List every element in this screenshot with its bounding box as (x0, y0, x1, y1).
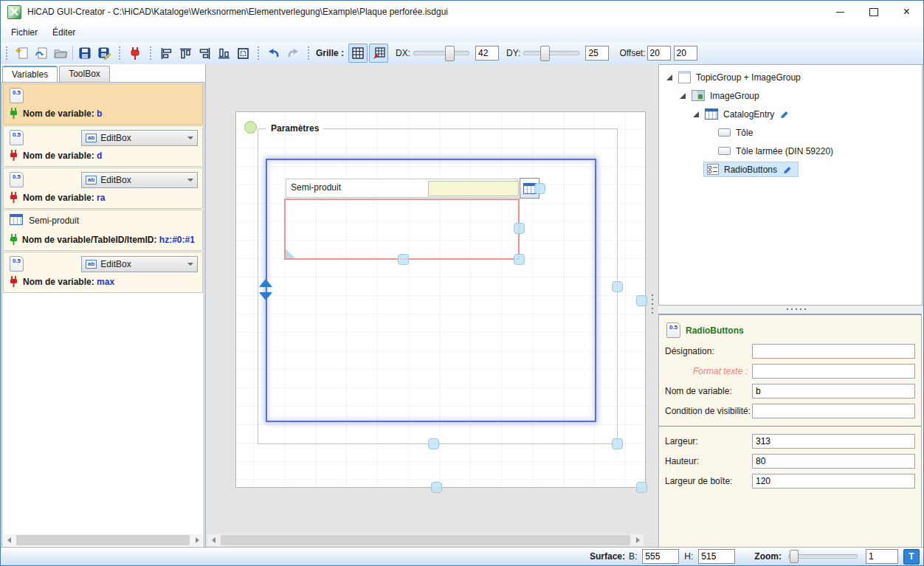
offset-x-input[interactable] (647, 46, 671, 61)
zoom-input[interactable] (866, 549, 898, 564)
menu-item-fichier[interactable]: Fichier (4, 24, 45, 41)
align-left-button[interactable] (156, 44, 176, 62)
vertical-resize-arrows[interactable] (259, 279, 272, 301)
tree-item-topicgroup[interactable]: TopicGroup + ImageGroup (659, 68, 922, 86)
resize-handle[interactable] (534, 183, 545, 194)
dy-slider-thumb[interactable] (540, 46, 550, 61)
largeur-input[interactable] (752, 434, 915, 449)
variable-card-max[interactable]: 0.5 ab EditBox Nom de variable: max (3, 252, 203, 293)
grid-show-toggle[interactable] (348, 44, 368, 63)
tree-item-tole-larmee[interactable]: Tôle larmée (DIN 59220) (659, 142, 922, 160)
edit-pencil-icon[interactable] (779, 109, 790, 120)
variable-card-d[interactable]: 0.5 ab EditBox Nom de variable: d (3, 125, 203, 167)
variable-value: max (97, 277, 114, 287)
format-texte-input[interactable] (752, 364, 915, 379)
dialog-page[interactable]: Paramètres Semi-produit (235, 111, 646, 488)
zoom-slider-thumb[interactable] (790, 550, 799, 563)
grid-snap-toggle[interactable] (369, 44, 388, 63)
resize-equal-button[interactable] (233, 44, 252, 62)
minimize-button[interactable] (824, 1, 857, 23)
new-file-button[interactable] (13, 44, 32, 62)
grid-snap-icon (373, 47, 385, 60)
expander-icon[interactable] (680, 93, 686, 99)
dx-slider-thumb[interactable] (445, 46, 455, 61)
surface-h-input[interactable] (698, 549, 735, 564)
resize-handle[interactable] (514, 223, 525, 234)
close-button[interactable]: × (890, 1, 923, 23)
dy-slider[interactable] (523, 51, 579, 55)
tree-item-radiobuttons[interactable]: RadioButtons (659, 160, 922, 179)
scrollbar-thumb[interactable] (221, 535, 630, 545)
tree-selection[interactable]: RadioButtons (703, 162, 799, 177)
align-top-button[interactable] (176, 44, 195, 62)
nom-de-variable-input[interactable] (752, 384, 915, 398)
dx-slider[interactable] (413, 51, 469, 55)
red-pin-icon (130, 46, 140, 61)
align-right-button[interactable] (195, 44, 214, 62)
offset-y-input[interactable] (674, 46, 697, 61)
surface-b-input[interactable] (642, 549, 679, 564)
save-as-button[interactable] (94, 44, 114, 62)
tree-item-catalogentry[interactable]: CatalogEntry (659, 105, 922, 123)
dx-input[interactable] (475, 46, 499, 61)
tree-item-imagegroup[interactable]: ImageGroup (659, 86, 922, 105)
toolbar-grip[interactable] (307, 46, 311, 61)
scroll-left-arrow[interactable] (207, 534, 219, 546)
resize-handle[interactable] (428, 438, 439, 449)
maximize-button[interactable] (857, 1, 890, 23)
tree-item-label: CatalogEntry (723, 109, 774, 120)
zoom-slider[interactable] (788, 554, 858, 559)
toolbar-grip[interactable] (118, 46, 122, 61)
origin-handle[interactable] (244, 121, 257, 134)
save-button[interactable] (75, 44, 94, 62)
import-file-button[interactable] (32, 44, 51, 62)
toolbar-grip[interactable] (149, 46, 153, 61)
resize-handle[interactable] (431, 482, 442, 493)
scroll-right-arrow[interactable] (191, 534, 203, 546)
edit-pencil-icon[interactable] (782, 165, 793, 175)
resize-handle[interactable] (636, 482, 647, 493)
scroll-right-arrow[interactable] (632, 534, 644, 546)
control-type-combo[interactable]: ab EditBox (81, 172, 198, 188)
resize-handle[interactable] (636, 295, 647, 306)
redo-button[interactable] (283, 44, 303, 62)
splitter-grip[interactable] (785, 308, 807, 311)
resize-handle[interactable] (514, 254, 525, 265)
panel-splitter-grip[interactable] (651, 293, 654, 314)
resize-handle[interactable] (612, 438, 623, 449)
left-panel-horizontal-scrollbar[interactable] (3, 534, 203, 546)
resize-handle[interactable] (398, 254, 409, 265)
designation-input[interactable] (752, 344, 915, 359)
variable-card-semi-produit[interactable]: Semi-produit Nom de variable/TableID/Ite… (3, 210, 203, 251)
semi-produit-input[interactable] (428, 181, 519, 196)
control-type-combo[interactable]: ab EditBox (81, 256, 198, 272)
expander-icon[interactable] (693, 111, 699, 117)
toolbar-grip[interactable] (257, 46, 261, 61)
tree-item-tole[interactable]: Tôle (659, 123, 922, 142)
scroll-left-arrow[interactable] (3, 534, 15, 546)
dy-input[interactable] (585, 46, 609, 61)
expander-icon[interactable] (666, 75, 672, 80)
scrollbar-thumb[interactable] (16, 535, 190, 545)
canvas-horizontal-scrollbar[interactable] (207, 534, 644, 546)
variable-card-ra[interactable]: 0.5 ab EditBox Nom de variable: ra (3, 168, 203, 209)
largeur-de-boite-input[interactable] (752, 474, 915, 489)
align-bottom-button[interactable] (214, 44, 233, 62)
text-mode-button[interactable]: T (903, 549, 920, 565)
condition-visibilite-input[interactable] (752, 404, 915, 418)
menu-item-editer[interactable]: Éditer (45, 24, 83, 41)
toolbar-grip[interactable] (5, 46, 9, 61)
anchor-pin-button[interactable] (125, 44, 145, 62)
open-folder-button[interactable] (51, 44, 70, 62)
tab-variables[interactable]: Variables (2, 66, 58, 82)
tab-toolbox[interactable]: ToolBox (59, 66, 110, 82)
semi-produit-row[interactable]: Semi-produit (286, 179, 518, 198)
radiobuttons-selected-element[interactable] (284, 199, 520, 260)
control-type-combo[interactable]: ab EditBox (81, 130, 198, 146)
undo-button[interactable] (264, 44, 283, 62)
variable-card-b[interactable]: 0.5 Nom de variable: b (3, 83, 203, 125)
hauteur-input[interactable] (752, 454, 915, 469)
design-canvas[interactable]: Paramètres Semi-produit (205, 64, 658, 548)
tree-properties-splitter[interactable] (658, 306, 923, 314)
resize-handle[interactable] (612, 281, 623, 292)
